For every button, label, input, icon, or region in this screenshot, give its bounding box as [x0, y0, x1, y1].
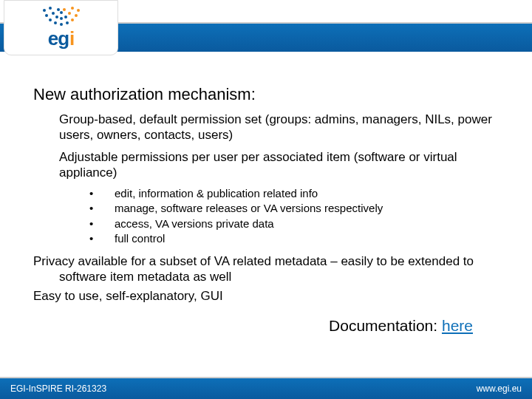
bullet-text: edit, information & publication related …: [115, 186, 318, 201]
paragraph-adjustable: Adjustable permissions per user per asso…: [59, 149, 499, 181]
list-item: •access, VA versions private data: [85, 216, 499, 231]
bullet-text: access, VA versions private data: [115, 216, 274, 231]
section-heading: New authorization mechanism:: [33, 85, 499, 104]
bullet-text: manage, software releases or VA versions…: [115, 201, 383, 216]
slide-header: Auth.Z & Privacy (2) egi: [0, 0, 532, 55]
bullet-list: •edit, information & publication related…: [85, 186, 499, 246]
list-item: •edit, information & publication related…: [85, 186, 499, 201]
footer-right: www.egi.eu: [477, 383, 522, 394]
slide-body: New authorization mechanism: Group-based…: [0, 55, 532, 342]
bullet-icon: •: [85, 186, 115, 201]
documentation-line: Documentation: here: [33, 317, 499, 335]
paragraph-group-based: Group-based, default permission set (gro…: [59, 112, 499, 143]
footer-left: EGI-InSPIRE RI-261323: [10, 383, 106, 394]
bullet-icon: •: [85, 231, 115, 246]
logo-dots-icon: [24, 5, 98, 26]
slide-footer: EGI-InSPIRE RI-261323 www.egi.eu: [0, 378, 532, 399]
list-item: •manage, software releases or VA version…: [85, 201, 499, 216]
list-item: •full control: [85, 231, 499, 246]
doc-label: Documentation:: [329, 317, 442, 334]
logo-text: egi: [48, 27, 75, 50]
bullet-icon: •: [85, 216, 115, 231]
paragraph-easy: Easy to use, self-explanatory, GUI: [33, 288, 499, 304]
paragraph-privacy: Privacy available for a subset of VA rel…: [33, 253, 499, 285]
bullet-icon: •: [85, 201, 115, 216]
egi-logo: egi: [4, 0, 118, 55]
slide-title: Auth.Z & Privacy (2): [133, 51, 292, 72]
bullet-text: full control: [115, 231, 165, 246]
documentation-link[interactable]: here: [442, 317, 473, 334]
